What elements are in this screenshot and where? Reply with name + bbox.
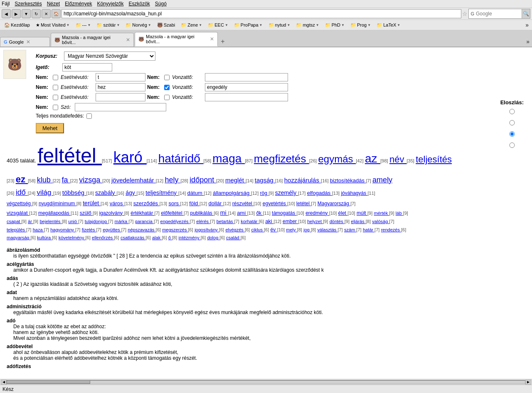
vonz-input-3[interactable] <box>205 93 288 101</box>
nem-checkbox-2[interactable] <box>164 75 170 80</box>
bookmark-kezdolap[interactable]: 🏠 Kezdőlap <box>2 21 32 29</box>
word-család[interactable]: család <box>226 235 241 240</box>
tab-google[interactable]: G Google ✕ <box>0 37 50 47</box>
word-tulajdonjog[interactable]: tulajdonjog <box>85 219 108 224</box>
word-mérték[interactable]: mérték <box>374 211 389 216</box>
word-hozzájárulás[interactable]: hozzájárulás <box>284 177 321 184</box>
word-letétel[interactable]: letétel <box>296 201 311 206</box>
word-engedélyezés[interactable]: engedélyezés <box>160 219 190 224</box>
word-amely[interactable]: amely <box>372 176 392 184</box>
bookmark-phd[interactable]: 📁 PhD ▼ <box>323 21 347 29</box>
bookmark-dash[interactable]: 📁 --- ▼ <box>73 21 94 29</box>
eloszlas-radio-1[interactable] <box>500 109 524 114</box>
teljes-checkbox[interactable] <box>86 113 92 119</box>
word-terület[interactable]: terület <box>83 200 101 206</box>
word-név[interactable]: név <box>389 154 407 165</box>
nem-checkbox-3[interactable] <box>53 85 58 90</box>
eloszlas-radio-4[interactable] <box>500 142 524 148</box>
bookmark-szotar[interactable]: 📁 szótár ▼ <box>94 21 122 29</box>
word-szülő[interactable]: szülő <box>80 210 93 216</box>
word-sors[interactable]: sors <box>168 200 180 206</box>
mehet-button[interactable]: Mehet <box>36 123 64 133</box>
word-ember[interactable]: ember <box>283 219 298 224</box>
word-helyzet[interactable]: helyzet <box>307 219 323 224</box>
menu-elozmenyek[interactable]: Előzmények <box>65 1 92 7</box>
word-teljesítmény[interactable]: teljesítmény <box>145 189 178 196</box>
new-tab-button[interactable]: + <box>219 37 227 46</box>
word-múlt[interactable]: múlt <box>357 210 367 216</box>
bookmark-nytud[interactable]: 📁 nytud ▼ <box>266 21 293 29</box>
word-jogosítvány[interactable]: jogosítvány <box>195 227 219 232</box>
horizontal-scrollbar[interactable]: ◀ ▶ <box>0 379 532 380</box>
tabs-overflow-button[interactable]: » <box>524 37 532 47</box>
bookmark-most-visited[interactable]: ★ Most Visited ▼ <box>33 21 72 29</box>
word-ár[interactable]: ár <box>28 219 33 224</box>
word-követelmény[interactable]: követelmény <box>59 235 86 240</box>
word-eljárás[interactable]: eljárás <box>351 219 365 224</box>
word-megfizetés[interactable]: megfizetés <box>254 152 309 165</box>
word-csapat[interactable]: csapat <box>7 219 21 224</box>
word-fa[interactable]: fa <box>62 176 70 184</box>
word-ők[interactable]: ők <box>256 210 263 216</box>
word-megszerzés[interactable]: megszerzés <box>162 227 188 232</box>
word-támogatás[interactable]: támogatás <box>272 210 296 216</box>
word-elfogadás[interactable]: elfogadás <box>307 190 332 196</box>
word-szerződés[interactable]: szerződés <box>133 200 160 206</box>
word-márka[interactable]: márka <box>115 219 129 224</box>
word-publikálás[interactable]: publikálás <box>190 210 214 216</box>
bookmark-norveg[interactable]: 📁 Norvég ▼ <box>123 21 153 29</box>
word-eredmény[interactable]: eredmény <box>305 210 329 216</box>
word-év[interactable]: év <box>271 227 277 233</box>
word-szám[interactable]: szám <box>344 227 356 232</box>
nem-checkbox-7[interactable] <box>53 105 58 110</box>
word-többség[interactable]: többség <box>62 189 86 196</box>
word-ciklus[interactable]: ciklus <box>251 227 264 232</box>
word-igazolvány[interactable]: igazolvány <box>99 210 124 216</box>
word-ami[interactable]: ami <box>237 210 247 216</box>
bookmark-mgtsz[interactable]: 📁 mgtsz ▼ <box>293 21 321 29</box>
search-input[interactable] <box>476 10 522 18</box>
word-értékhatár[interactable]: értékhatár <box>131 210 154 216</box>
word-bejelentés[interactable]: bejelentés <box>39 219 62 224</box>
word-előfeltétel[interactable]: előfeltétel <box>161 210 184 216</box>
word-dolog[interactable]: dolog <box>207 235 219 240</box>
word-szabály[interactable]: szabály <box>95 189 116 196</box>
word-tagság[interactable]: tagság <box>255 177 275 184</box>
word-feltétel[interactable]: feltétel <box>37 145 102 167</box>
igeto-input[interactable] <box>62 63 112 71</box>
word-mi[interactable]: mi <box>220 209 228 216</box>
word-egymás[interactable]: egymás <box>318 153 356 165</box>
word-döntés[interactable]: döntés <box>330 219 345 224</box>
menu-sugo[interactable]: Súgó <box>155 1 167 7</box>
nem-checkbox-1[interactable] <box>53 75 58 80</box>
bookmark-latex[interactable]: 📁 LaTeX ▼ <box>374 21 403 29</box>
tab-mazsola-1[interactable]: 🐻 Mazsola - a magyar igei bővít... ✕ <box>51 33 134 47</box>
word-alak[interactable]: alak <box>152 235 162 240</box>
word-személy[interactable]: személy <box>275 189 298 196</box>
word-ez[interactable]: ez <box>16 174 28 184</box>
search-button[interactable]: 🔍 <box>522 9 530 18</box>
word-határidő[interactable]: határidő <box>158 152 204 165</box>
word-elvégzés[interactable]: elvégzés <box>225 227 244 232</box>
word-egyetértés[interactable]: egyetértés <box>263 201 287 206</box>
word-jóváhagyás[interactable]: jóváhagyás <box>341 190 367 196</box>
word-végzettség[interactable]: végzettség <box>7 201 32 206</box>
word-intézmény[interactable]: intézmény <box>179 235 201 240</box>
word-az[interactable]: az <box>365 152 380 165</box>
tab-close-button[interactable]: ✕ <box>210 36 214 42</box>
bookmark-szabi[interactable]: 🐻 Szabi <box>155 21 178 29</box>
szo-input[interactable] <box>75 103 166 111</box>
word-ő[interactable]: ő <box>168 235 172 240</box>
word-aki[interactable]: aki <box>265 218 273 224</box>
vonz-input-1[interactable] <box>205 73 288 81</box>
word-hely[interactable]: hely <box>165 176 180 184</box>
word-világ[interactable]: világ <box>37 189 53 196</box>
scroll-right-button[interactable]: ▶ <box>525 380 531 380</box>
word-mely[interactable]: mely <box>286 227 297 232</box>
word-maga[interactable]: maga <box>212 152 245 165</box>
word-magyarország[interactable]: Magyarország <box>318 201 350 206</box>
word-láb[interactable]: láb <box>396 211 403 216</box>
eset-input-1[interactable] <box>96 73 145 81</box>
word-klub[interactable]: klub <box>37 176 53 184</box>
bookmark-eec[interactable]: 📁 EEC ▼ <box>205 21 231 29</box>
